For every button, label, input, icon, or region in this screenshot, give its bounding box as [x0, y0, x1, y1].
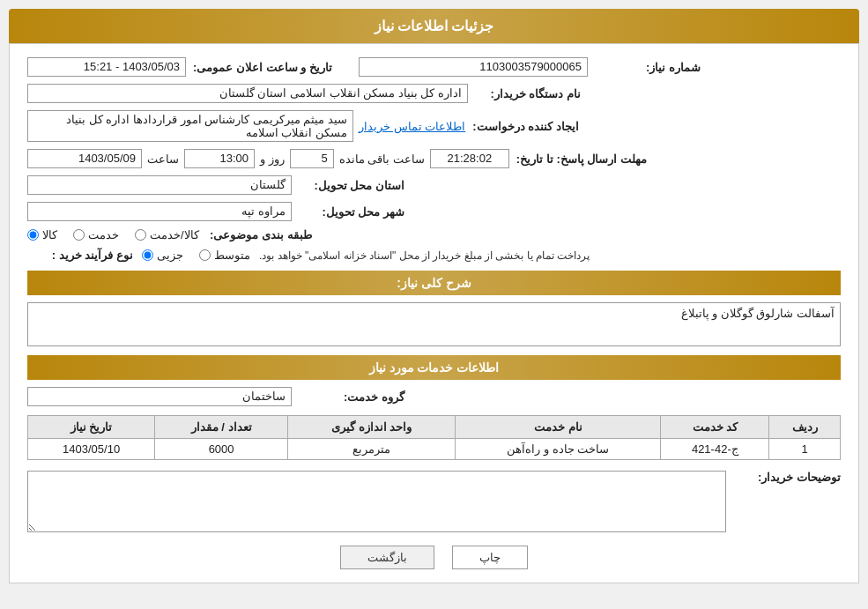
category-option-kala[interactable]: کالا: [27, 228, 57, 241]
creator-value: سید میثم میرکریمی کارشناس امور قراردادها…: [27, 110, 353, 142]
print-button[interactable]: چاپ: [452, 546, 528, 569]
col-code: کد خدمت: [661, 416, 769, 439]
cell-row: 1: [769, 439, 841, 460]
purchase-type-jozi[interactable]: جزیی: [142, 249, 183, 262]
purchase-type-radio-jozi[interactable]: [142, 249, 153, 261]
buyer-org-value: اداره کل بنیاد مسکن انقلاب اسلامی استان …: [27, 84, 468, 103]
announce-date-label: تاریخ و ساعت اعلان عمومی:: [193, 61, 332, 74]
buyer-org-label: نام دستگاه خریدار:: [475, 87, 581, 100]
time-label: ساعت: [147, 152, 179, 166]
cell-date: 1403/05/10: [28, 439, 155, 460]
services-section-title: اطلاعات خدمات مورد نیاز: [27, 355, 841, 380]
contact-link[interactable]: اطلاعات تماس خریدار: [359, 120, 465, 133]
purchase-type-motavaset[interactable]: متوسط: [199, 249, 250, 262]
buyer-notes-label: توضیحات خریدار:: [735, 471, 841, 484]
cell-name: ساخت جاده و راه‌آهن: [456, 439, 661, 460]
need-number-label: شماره نیاز:: [595, 61, 701, 74]
cell-unit: مترمربع: [288, 439, 456, 460]
col-date: تاریخ نیاز: [28, 416, 155, 439]
delivery-city-label: شهر محل تحویل:: [299, 205, 404, 219]
category-option-kala-khedmat-label: کالا/خدمت: [150, 228, 199, 241]
service-group-label: گروه خدمت:: [299, 390, 404, 404]
day-label: روز و: [260, 152, 285, 166]
col-unit: واحد اندازه گیری: [288, 416, 456, 439]
purchase-type-radio-group: متوسط جزیی: [142, 249, 250, 262]
remain-label: ساعت باقی مانده: [339, 152, 425, 166]
cell-quantity: 6000: [155, 439, 288, 460]
cell-code: ج-42-421: [661, 439, 769, 460]
delivery-province-label: استان محل تحویل:: [299, 179, 404, 192]
purchase-type-radio-motavaset[interactable]: [199, 249, 211, 261]
col-name: نام خدمت: [456, 416, 661, 439]
response-time: 13:00: [184, 149, 255, 168]
service-group-value: ساختمان: [27, 387, 292, 406]
purchase-type-jozi-label: جزیی: [157, 249, 183, 262]
category-label: طبقه بندی موضوعی:: [206, 228, 312, 241]
need-description-value[interactable]: آسفالت شارلوق گوگلان و پاتبلاغ: [27, 302, 841, 346]
need-number-value: 1103003579000065: [359, 57, 588, 77]
category-option-khedmat[interactable]: خدمت: [73, 228, 119, 241]
category-option-kala-label: کالا: [42, 228, 57, 241]
purchase-type-label: نوع فرآیند خرید :: [27, 249, 133, 262]
back-button[interactable]: بازگشت: [340, 546, 434, 569]
col-row: ردیف: [769, 416, 841, 439]
response-remain-time: 21:28:02: [430, 149, 509, 168]
buyer-notes-textarea[interactable]: [27, 471, 726, 532]
response-date: 1403/05/09: [27, 149, 142, 168]
category-radio-group: کالا/خدمت خدمت کالا: [27, 228, 199, 241]
category-option-khedmat-label: خدمت: [88, 228, 119, 241]
services-table: ردیف کد خدمت نام خدمت واحد اندازه گیری ت…: [27, 415, 841, 460]
announce-date-value: 1403/05/03 - 15:21: [27, 57, 186, 77]
category-radio-khedmat[interactable]: [73, 229, 85, 241]
category-radio-kala[interactable]: [27, 229, 39, 241]
response-deadline-label: مهلت ارسال پاسخ: تا تاریخ:: [516, 152, 647, 166]
table-row: 1 ج-42-421 ساخت جاده و راه‌آهن مترمربع 6…: [28, 439, 841, 460]
purchase-type-motavaset-label: متوسط: [214, 249, 250, 262]
purchase-type-note: پرداخت تمام یا بخشی از مبلغ خریدار از مح…: [259, 249, 590, 262]
category-radio-kala-khedmat[interactable]: [135, 229, 146, 241]
response-days: 5: [290, 149, 334, 168]
page-title: جزئیات اطلاعات نیاز: [9, 9, 859, 43]
category-option-kala-khedmat[interactable]: کالا/خدمت: [135, 228, 199, 241]
action-buttons: چاپ بازگشت: [27, 546, 841, 569]
delivery-city-value: مراوه تپه: [27, 202, 292, 221]
need-description-section-title: شرح کلی نیاز:: [27, 271, 841, 295]
col-quantity: تعداد / مقدار: [155, 416, 288, 439]
creator-label: ایجاد کننده درخواست:: [472, 120, 579, 133]
delivery-province-value: گلستان: [27, 175, 292, 195]
